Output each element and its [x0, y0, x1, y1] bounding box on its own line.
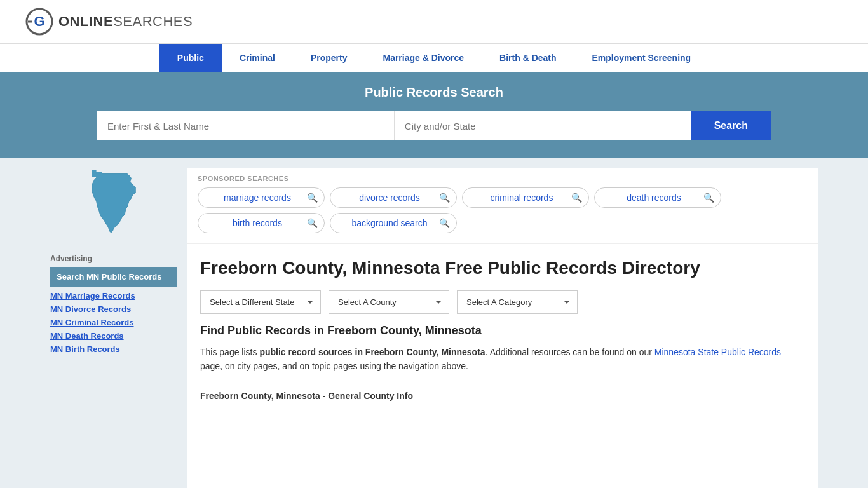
nav-item-birth-death[interactable]: Birth & Death [482, 44, 574, 72]
nav-item-criminal[interactable]: Criminal [222, 44, 293, 72]
county-dropdown[interactable]: Select A County [329, 290, 449, 314]
sidebar-link-divorce[interactable]: MN Divorce Records [50, 302, 177, 316]
state-dropdown[interactable]: Select a Different State [200, 290, 321, 314]
hero-section: Public Records Search Search [0, 72, 868, 158]
find-description: This page lists public record sources in… [200, 345, 805, 374]
pill-criminal-label: criminal records [491, 193, 553, 203]
main-container: Advertising Search MN Public Records MN … [40, 158, 828, 488]
sidebar-link-birth[interactable]: MN Birth Records [50, 342, 177, 356]
find-text-suffix: . Additional resources can be found on o… [485, 347, 654, 357]
logo[interactable]: G ONLINESEARCHES [25, 8, 193, 36]
search-icon-1: 🔍 [307, 193, 318, 203]
search-icon-6: 🔍 [439, 218, 450, 228]
dropdowns-row: Select a Different State Select A County… [187, 285, 818, 324]
search-button[interactable]: Search [691, 111, 771, 140]
find-title: Find Public Records in Freeborn County, … [200, 324, 805, 337]
county-info-heading: Freeborn County, Minnesota - General Cou… [187, 384, 818, 407]
pill-birth-label: birth records [233, 218, 282, 228]
search-icon-4: 🔍 [703, 193, 714, 203]
sidebar-link-death[interactable]: MN Death Records [50, 329, 177, 342]
nav-item-public[interactable]: Public [159, 44, 222, 72]
hero-title: Public Records Search [25, 85, 843, 100]
search-icon-5: 🔍 [307, 218, 318, 228]
pill-marriage-records[interactable]: marriage records 🔍 [198, 187, 325, 208]
pill-marriage-label: marriage records [224, 193, 291, 203]
pill-criminal-records[interactable]: criminal records 🔍 [462, 187, 589, 208]
advertising-label: Advertising [50, 254, 177, 263]
location-input[interactable] [395, 111, 691, 140]
nav-item-employment[interactable]: Employment Screening [574, 44, 709, 72]
svg-rect-4 [92, 170, 97, 175]
sidebar-link-criminal[interactable]: MN Criminal Records [50, 316, 177, 329]
page-header: Freeborn County, Minnesota Free Public R… [187, 244, 818, 285]
find-section: Find Public Records in Freeborn County, … [187, 324, 818, 384]
sidebar-link-marriage[interactable]: MN Marriage Records [50, 289, 177, 302]
main-nav: Public Criminal Property Marriage & Divo… [0, 44, 868, 72]
site-header: G ONLINESEARCHES [0, 0, 868, 44]
page-title: Freeborn County, Minnesota Free Public R… [200, 257, 805, 279]
nav-item-property[interactable]: Property [293, 44, 365, 72]
category-dropdown[interactable]: Select A Category [457, 290, 578, 314]
name-input[interactable] [97, 111, 395, 140]
pill-background-search[interactable]: background search 🔍 [330, 213, 457, 233]
mn-state-records-link[interactable]: Minnesota State Public Records [654, 347, 781, 357]
pill-background-label: background search [351, 218, 427, 228]
svg-text:G: G [34, 13, 44, 29]
pill-death-records[interactable]: death records 🔍 [594, 187, 721, 208]
search-icon-3: 🔍 [571, 193, 582, 203]
sponsored-label: SPONSORED SEARCHES [198, 175, 808, 182]
find-text-bold: public record sources in Freeborn County… [259, 347, 485, 357]
pill-birth-records[interactable]: birth records 🔍 [198, 213, 325, 233]
sidebar-active-link[interactable]: Search MN Public Records [50, 267, 177, 287]
pill-divorce-records[interactable]: divorce records 🔍 [330, 187, 457, 208]
logo-icon: G [25, 8, 53, 36]
nav-item-marriage-divorce[interactable]: Marriage & Divorce [365, 44, 482, 72]
sidebar: Advertising Search MN Public Records MN … [50, 168, 177, 488]
mn-map [50, 168, 177, 247]
pill-divorce-label: divorce records [359, 193, 420, 203]
search-bar: Search [97, 111, 771, 140]
find-text-end: page, on city pages, and on topic pages … [200, 361, 468, 371]
pill-death-label: death records [627, 193, 681, 203]
search-icon-2: 🔍 [439, 193, 450, 203]
minnesota-map-icon [79, 168, 149, 245]
logo-text: ONLINESEARCHES [58, 13, 193, 30]
sponsored-section: SPONSORED SEARCHES marriage records 🔍 di… [187, 168, 818, 244]
search-pills: marriage records 🔍 divorce records 🔍 cri… [198, 187, 808, 233]
find-text-prefix: This page lists [200, 347, 259, 357]
content-area: SPONSORED SEARCHES marriage records 🔍 di… [187, 168, 818, 488]
